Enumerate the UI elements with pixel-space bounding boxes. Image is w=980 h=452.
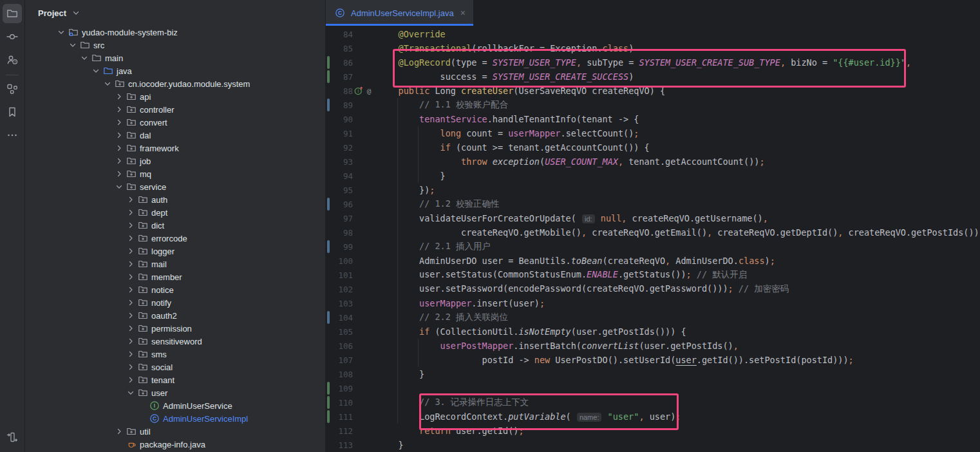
code-line-110[interactable]: 110 // 3. 记录操作日志上下文 bbox=[325, 395, 980, 410]
editor-tab-adminuserserviceimpl[interactable]: C AdminUserServiceImpl.java × bbox=[326, 0, 473, 26]
chevron-right-icon[interactable] bbox=[125, 285, 137, 295]
code-line-106[interactable]: 106 userPostMapper.insertBatch(convertLi… bbox=[325, 339, 980, 353]
code-text[interactable]: tenantService.handleTenantInfo(tenant ->… bbox=[377, 114, 639, 124]
tree-item-permission[interactable]: permission bbox=[25, 322, 325, 335]
code-text[interactable]: public Long createUser(UserSaveReqVO cre… bbox=[377, 86, 665, 96]
activity-bar-bookmarks[interactable] bbox=[3, 102, 22, 122]
chevron-right-icon[interactable] bbox=[113, 143, 125, 153]
chevron-right-icon[interactable] bbox=[125, 349, 137, 359]
added-change-marker[interactable] bbox=[327, 70, 330, 83]
tree-item-notify[interactable]: notify bbox=[25, 296, 325, 309]
tree-item-framework[interactable]: framework bbox=[25, 142, 325, 155]
code-text[interactable]: user.setStatus(CommonStatusEnum.ENABLE.g… bbox=[377, 269, 747, 281]
tree-item-adminuserserviceimpl[interactable]: CAdminUserServiceImpl bbox=[25, 412, 325, 425]
activity-bar-dock-panel[interactable] bbox=[3, 428, 22, 447]
tree-item-tenant[interactable]: tenant bbox=[25, 373, 325, 386]
chevron-right-icon[interactable] bbox=[125, 323, 137, 334]
code-line-112[interactable]: 112 return user.getId(); bbox=[325, 424, 980, 438]
chevron-right-icon[interactable] bbox=[113, 156, 125, 166]
tree-item-oauth2[interactable]: oauth2 bbox=[25, 309, 325, 322]
code-line-90[interactable]: 90 tenantService.handleTenantInfo(tenant… bbox=[325, 112, 980, 126]
code-line-99[interactable]: 99 // 2.1 插入用户 bbox=[325, 240, 980, 254]
code-text[interactable]: createReqVO.getMobile(), createReqVO.get… bbox=[377, 227, 980, 238]
code-line-89[interactable]: 89 // 1.1 校验账户配合 bbox=[325, 98, 980, 112]
chevron-right-icon[interactable] bbox=[125, 297, 137, 308]
line-number[interactable]: 85 bbox=[325, 44, 353, 53]
tree-item-dept[interactable]: dept bbox=[25, 206, 325, 219]
code-line-107[interactable]: 107 postId -> new UserPostDO().setUserId… bbox=[325, 353, 980, 367]
code-text[interactable]: AdminUserDO user = BeanUtils.toBean(crea… bbox=[377, 256, 775, 266]
modified-change-marker[interactable] bbox=[327, 311, 330, 324]
tree-item-dict[interactable]: dict bbox=[25, 219, 325, 232]
chevron-right-icon[interactable] bbox=[125, 336, 137, 346]
tree-item-user[interactable]: user bbox=[25, 386, 325, 399]
code-line-108[interactable]: 108 } bbox=[325, 367, 980, 381]
chevron-right-icon[interactable] bbox=[113, 426, 125, 437]
chevron-right-icon[interactable] bbox=[125, 259, 137, 269]
chevron-right-icon[interactable] bbox=[125, 375, 137, 385]
line-number[interactable]: 84 bbox=[325, 30, 353, 39]
chevron-right-icon[interactable] bbox=[113, 91, 125, 102]
tree-item-java[interactable]: java bbox=[25, 64, 325, 77]
code-line-105[interactable]: 105 if (CollectionUtil.isNotEmpty(user.g… bbox=[325, 325, 980, 339]
close-icon[interactable]: × bbox=[460, 8, 466, 17]
code-line-103[interactable]: 103 userMapper.insert(user); bbox=[325, 296, 980, 310]
code-line-98[interactable]: 98 createReqVO.getMobile(), createReqVO.… bbox=[325, 225, 980, 240]
chevron-right-icon[interactable] bbox=[125, 246, 137, 256]
code-line-85[interactable]: 85 @Transactional(rollbackFor = Exceptio… bbox=[325, 41, 980, 55]
code-line-84[interactable]: 84 @Override bbox=[325, 27, 980, 41]
tree-item-main[interactable]: main bbox=[25, 52, 325, 64]
tree-item-mail[interactable]: mail bbox=[25, 258, 325, 270]
tree-item-sensitiveword[interactable]: sensitiveword bbox=[25, 335, 325, 348]
modified-change-marker[interactable] bbox=[327, 240, 330, 253]
tree-item-src[interactable]: src bbox=[25, 39, 325, 52]
code-text[interactable]: // 3. 记录操作日志上下文 bbox=[377, 397, 529, 408]
code-line-91[interactable]: 91 long count = userMapper.selectCount()… bbox=[325, 126, 980, 140]
tree-item-social[interactable]: social bbox=[25, 361, 325, 373]
line-number[interactable]: 98 bbox=[325, 228, 353, 238]
code-text[interactable]: // 2.1 插入用户 bbox=[377, 241, 491, 252]
code-text[interactable]: LogRecordContext.putVariable( name: "use… bbox=[377, 411, 681, 422]
code-line-96[interactable]: 96 // 1.2 校验正确性 bbox=[325, 197, 980, 211]
line-number[interactable]: 112 bbox=[325, 426, 353, 436]
chevron-down-icon[interactable] bbox=[90, 66, 102, 76]
line-number[interactable]: 113 bbox=[325, 440, 353, 450]
tree-item-mq[interactable]: mq bbox=[25, 167, 325, 180]
line-number[interactable]: 94 bbox=[325, 171, 353, 181]
code-text[interactable]: success = SYSTEM_USER_CREATE_SUCCESS) bbox=[377, 71, 634, 82]
added-change-marker[interactable] bbox=[327, 56, 330, 69]
line-number[interactable]: 95 bbox=[325, 185, 353, 195]
chevron-right-icon[interactable] bbox=[125, 207, 137, 218]
tree-item-package-info-java[interactable]: package-info.java bbox=[25, 438, 325, 451]
tree-item-logger[interactable]: logger bbox=[25, 245, 325, 258]
tree-item-controller[interactable]: controller bbox=[25, 103, 325, 116]
chevron-right-icon[interactable] bbox=[125, 310, 137, 321]
activity-bar-project[interactable] bbox=[3, 4, 22, 23]
code-text[interactable]: }); bbox=[377, 185, 435, 195]
code-text[interactable]: @Override bbox=[377, 29, 446, 39]
code-line-87[interactable]: 87 success = SYSTEM_USER_CREATE_SUCCESS) bbox=[325, 70, 980, 84]
line-number[interactable]: 90 bbox=[325, 115, 353, 124]
tree-item-yudao-module-system-biz[interactable]: yudao-module-system-biz bbox=[25, 26, 325, 39]
line-number[interactable]: 101 bbox=[325, 270, 353, 280]
tree-item-member[interactable]: member bbox=[25, 270, 325, 283]
chevron-down-icon[interactable] bbox=[79, 53, 90, 63]
added-change-marker[interactable] bbox=[327, 396, 330, 409]
chevron-right-icon[interactable] bbox=[113, 169, 125, 179]
code-text[interactable]: } bbox=[377, 171, 446, 181]
code-line-104[interactable]: 104 // 2.2 插入关联岗位 bbox=[325, 310, 980, 325]
code-text[interactable]: user.setPassword(encodePassword(createRe… bbox=[377, 283, 789, 295]
code-line-101[interactable]: 101 user.setStatus(CommonStatusEnum.ENAB… bbox=[325, 268, 980, 282]
activity-bar-pull-requests[interactable]: ? bbox=[3, 50, 22, 70]
code-text[interactable]: @LogRecord(type = SYSTEM_USER_TYPE, subT… bbox=[377, 57, 911, 68]
code-line-111[interactable]: 111 LogRecordContext.putVariable( name: … bbox=[325, 410, 980, 424]
modified-change-marker[interactable] bbox=[327, 198, 330, 211]
code-line-102[interactable]: 102 user.setPassword(encodePassword(crea… bbox=[325, 282, 980, 296]
chevron-right-icon[interactable] bbox=[125, 362, 137, 372]
line-number[interactable]: 88 bbox=[325, 86, 353, 96]
code-text[interactable]: long count = userMapper.selectCount(); bbox=[377, 128, 639, 138]
chevron-right-icon[interactable] bbox=[125, 233, 137, 243]
code-line-93[interactable]: 93 throw exception(USER_COUNT_MAX, tenan… bbox=[325, 155, 980, 169]
tree-item-api[interactable]: api bbox=[25, 90, 325, 103]
code-text[interactable]: if (CollectionUtil.isNotEmpty(user.getPo… bbox=[377, 326, 686, 337]
